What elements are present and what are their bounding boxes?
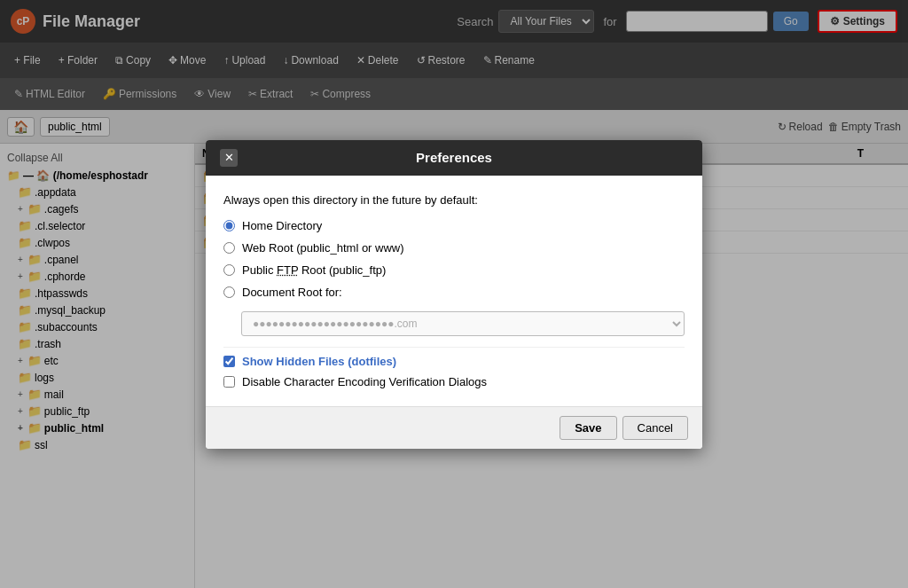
doc-root-select[interactable]: ●●●●●●●●●●●●●●●●●●●●●●.com — [241, 311, 685, 336]
radio-doc-root-input[interactable] — [223, 286, 235, 298]
show-hidden-label: Show Hidden Files (dotfiles) — [242, 355, 396, 368]
disable-encoding-checkbox[interactable] — [223, 376, 235, 388]
doc-root-select-wrapper: ●●●●●●●●●●●●●●●●●●●●●●.com — [241, 311, 685, 336]
directory-radio-group: Home Directory Web Root (public_html or … — [223, 219, 685, 299]
preferences-dialog: ➜ ✕ Preferences Always open this directo… — [206, 140, 702, 449]
radio-home-dir[interactable]: Home Directory — [223, 219, 685, 232]
radio-web-root-label: Web Root (public_html or www) — [242, 241, 404, 255]
dialog-footer: Save Cancel — [206, 406, 702, 449]
checkbox-group: Show Hidden Files (dotfiles) Disable Cha… — [223, 347, 685, 388]
disable-encoding-label: Disable Character Encoding Verification … — [242, 375, 487, 388]
dialog-title: Preferences — [416, 150, 492, 165]
dialog-close-button[interactable]: ✕ — [220, 149, 238, 167]
radio-home-dir-input[interactable] — [223, 220, 235, 231]
checkbox-show-hidden[interactable]: Show Hidden Files (dotfiles) — [223, 355, 685, 368]
radio-public-ftp[interactable]: Public FTP Root (public_ftp) — [223, 263, 685, 277]
radio-web-root[interactable]: Web Root (public_html or www) — [223, 241, 685, 255]
show-hidden-checkbox[interactable] — [223, 356, 235, 367]
dialog-overlay: ➜ ✕ Preferences Always open this directo… — [0, 0, 908, 588]
radio-doc-root-label: Document Root for: — [242, 286, 342, 299]
cancel-button[interactable]: Cancel — [622, 416, 688, 440]
radio-web-root-input[interactable] — [223, 242, 235, 254]
save-button[interactable]: Save — [560, 416, 616, 440]
radio-public-ftp-input[interactable] — [223, 264, 235, 276]
dialog-header: ✕ Preferences — [206, 140, 702, 176]
radio-doc-root[interactable]: Document Root for: — [223, 286, 685, 299]
checkbox-disable-encoding[interactable]: Disable Character Encoding Verification … — [223, 375, 685, 388]
dialog-description: Always open this directory in the future… — [223, 193, 685, 207]
radio-home-dir-label: Home Directory — [242, 219, 322, 232]
dialog-body: Always open this directory in the future… — [206, 176, 702, 406]
radio-public-ftp-label: Public FTP Root (public_ftp) — [242, 263, 386, 277]
